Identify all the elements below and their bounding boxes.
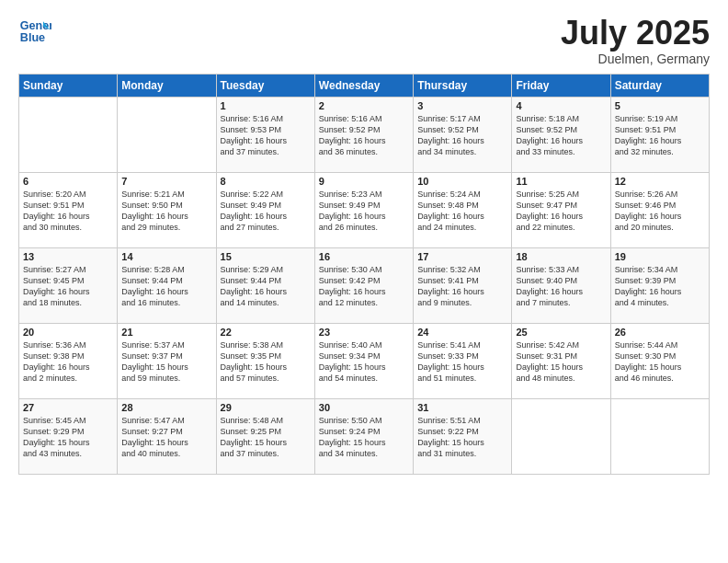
calendar-cell: 24Sunrise: 5:41 AM Sunset: 9:33 PM Dayli… [414,323,512,398]
day-number: 21 [121,327,211,338]
calendar-cell: 1Sunrise: 5:16 AM Sunset: 9:53 PM Daylig… [216,97,314,172]
svg-text:Blue: Blue [20,31,45,44]
cell-content: Sunrise: 5:40 AM Sunset: 9:34 PM Dayligh… [319,339,409,385]
day-number: 8 [221,176,311,187]
cell-content: Sunrise: 5:26 AM Sunset: 9:46 PM Dayligh… [615,189,705,234]
calendar-cell: 25Sunrise: 5:42 AM Sunset: 9:31 PM Dayli… [512,323,610,398]
day-number: 26 [615,327,705,338]
day-number: 7 [121,176,211,187]
day-number: 31 [417,402,507,413]
day-header-sunday: Sunday [19,74,118,97]
cell-content: Sunrise: 5:32 AM Sunset: 9:41 PM Dayligh… [417,264,507,309]
cell-content: Sunrise: 5:47 AM Sunset: 9:27 PM Dayligh… [121,415,211,460]
day-number: 20 [23,327,113,338]
day-number: 9 [319,176,409,187]
calendar-cell: 15Sunrise: 5:29 AM Sunset: 9:44 PM Dayli… [216,247,314,323]
day-number: 28 [121,402,211,413]
cell-content: Sunrise: 5:27 AM Sunset: 9:45 PM Dayligh… [23,264,113,309]
day-number: 22 [221,327,311,338]
day-number: 30 [319,402,409,413]
day-number: 14 [121,251,211,262]
page-header: General Blue July 2025 Duelmen, Germany [18,15,710,66]
calendar-cell: 4Sunrise: 5:18 AM Sunset: 9:52 PM Daylig… [512,97,610,172]
day-number: 25 [516,327,606,338]
calendar-cell: 22Sunrise: 5:38 AM Sunset: 9:35 PM Dayli… [216,323,314,398]
cell-content: Sunrise: 5:37 AM Sunset: 9:37 PM Dayligh… [121,339,211,385]
calendar-week-4: 20Sunrise: 5:36 AM Sunset: 9:38 PM Dayli… [19,323,710,398]
calendar-cell: 8Sunrise: 5:22 AM Sunset: 9:49 PM Daylig… [216,172,314,247]
cell-content: Sunrise: 5:50 AM Sunset: 9:24 PM Dayligh… [319,415,409,460]
cell-content: Sunrise: 5:44 AM Sunset: 9:30 PM Dayligh… [615,339,705,385]
calendar-cell: 26Sunrise: 5:44 AM Sunset: 9:30 PM Dayli… [610,323,709,398]
cell-content: Sunrise: 5:34 AM Sunset: 9:39 PM Dayligh… [615,264,705,309]
day-header-monday: Monday [118,74,216,97]
cell-content: Sunrise: 5:20 AM Sunset: 9:51 PM Dayligh… [23,189,113,234]
logo: General Blue [18,15,51,48]
calendar-cell [610,398,709,474]
calendar-cell: 6Sunrise: 5:20 AM Sunset: 9:51 PM Daylig… [19,172,118,247]
day-header-saturday: Saturday [610,74,709,97]
calendar-week-3: 13Sunrise: 5:27 AM Sunset: 9:45 PM Dayli… [19,247,710,323]
calendar-cell: 13Sunrise: 5:27 AM Sunset: 9:45 PM Dayli… [19,247,118,323]
day-number: 27 [23,402,113,413]
cell-content: Sunrise: 5:48 AM Sunset: 9:25 PM Dayligh… [221,415,311,460]
location-subtitle: Duelmen, Germany [561,52,710,66]
day-header-friday: Friday [512,74,610,97]
cell-content: Sunrise: 5:38 AM Sunset: 9:35 PM Dayligh… [221,339,311,385]
day-number: 3 [417,100,507,111]
cell-content: Sunrise: 5:51 AM Sunset: 9:22 PM Dayligh… [417,415,507,460]
calendar-cell: 12Sunrise: 5:26 AM Sunset: 9:46 PM Dayli… [610,172,709,247]
day-number: 23 [319,327,409,338]
day-number: 12 [615,176,705,187]
calendar-cell [118,97,216,172]
calendar-week-2: 6Sunrise: 5:20 AM Sunset: 9:51 PM Daylig… [19,172,710,247]
cell-content: Sunrise: 5:25 AM Sunset: 9:47 PM Dayligh… [516,189,606,234]
calendar-cell: 23Sunrise: 5:40 AM Sunset: 9:34 PM Dayli… [314,323,413,398]
calendar-week-1: 1Sunrise: 5:16 AM Sunset: 9:53 PM Daylig… [19,97,710,172]
calendar-table: SundayMondayTuesdayWednesdayThursdayFrid… [18,74,710,475]
day-number: 18 [516,251,606,262]
calendar-cell: 21Sunrise: 5:37 AM Sunset: 9:37 PM Dayli… [118,323,216,398]
day-number: 16 [319,251,409,262]
month-title: July 2025 [561,15,710,52]
day-number: 19 [615,251,705,262]
day-number: 13 [23,251,113,262]
calendar-cell: 5Sunrise: 5:19 AM Sunset: 9:51 PM Daylig… [610,97,709,172]
calendar-cell: 30Sunrise: 5:50 AM Sunset: 9:24 PM Dayli… [314,398,413,474]
calendar-cell: 28Sunrise: 5:47 AM Sunset: 9:27 PM Dayli… [118,398,216,474]
calendar-cell: 10Sunrise: 5:24 AM Sunset: 9:48 PM Dayli… [414,172,512,247]
day-number: 6 [23,176,113,187]
day-number: 1 [221,100,311,111]
cell-content: Sunrise: 5:23 AM Sunset: 9:49 PM Dayligh… [319,189,409,234]
calendar-cell [19,97,118,172]
calendar-cell: 31Sunrise: 5:51 AM Sunset: 9:22 PM Dayli… [414,398,512,474]
calendar-cell: 27Sunrise: 5:45 AM Sunset: 9:29 PM Dayli… [19,398,118,474]
day-header-thursday: Thursday [414,74,512,97]
calendar-week-5: 27Sunrise: 5:45 AM Sunset: 9:29 PM Dayli… [19,398,710,474]
day-number: 29 [221,402,311,413]
day-number: 4 [516,100,606,111]
cell-content: Sunrise: 5:36 AM Sunset: 9:38 PM Dayligh… [23,339,113,385]
calendar-cell: 19Sunrise: 5:34 AM Sunset: 9:39 PM Dayli… [610,247,709,323]
day-number: 17 [417,251,507,262]
cell-content: Sunrise: 5:45 AM Sunset: 9:29 PM Dayligh… [23,415,113,460]
title-block: July 2025 Duelmen, Germany [561,15,710,66]
day-number: 5 [615,100,705,111]
cell-content: Sunrise: 5:16 AM Sunset: 9:52 PM Dayligh… [319,113,409,158]
cell-content: Sunrise: 5:41 AM Sunset: 9:33 PM Dayligh… [417,339,507,385]
calendar-cell: 3Sunrise: 5:17 AM Sunset: 9:52 PM Daylig… [414,97,512,172]
cell-content: Sunrise: 5:42 AM Sunset: 9:31 PM Dayligh… [516,339,606,385]
day-header-tuesday: Tuesday [216,74,314,97]
calendar-cell: 9Sunrise: 5:23 AM Sunset: 9:49 PM Daylig… [314,172,413,247]
cell-content: Sunrise: 5:30 AM Sunset: 9:42 PM Dayligh… [319,264,409,309]
calendar-cell: 20Sunrise: 5:36 AM Sunset: 9:38 PM Dayli… [19,323,118,398]
calendar-cell: 17Sunrise: 5:32 AM Sunset: 9:41 PM Dayli… [414,247,512,323]
calendar-cell: 14Sunrise: 5:28 AM Sunset: 9:44 PM Dayli… [118,247,216,323]
calendar-cell: 29Sunrise: 5:48 AM Sunset: 9:25 PM Dayli… [216,398,314,474]
cell-content: Sunrise: 5:16 AM Sunset: 9:53 PM Dayligh… [221,113,311,158]
cell-content: Sunrise: 5:33 AM Sunset: 9:40 PM Dayligh… [516,264,606,309]
calendar-cell: 16Sunrise: 5:30 AM Sunset: 9:42 PM Dayli… [314,247,413,323]
cell-content: Sunrise: 5:19 AM Sunset: 9:51 PM Dayligh… [615,113,705,158]
cell-content: Sunrise: 5:28 AM Sunset: 9:44 PM Dayligh… [121,264,211,309]
day-number: 2 [319,100,409,111]
